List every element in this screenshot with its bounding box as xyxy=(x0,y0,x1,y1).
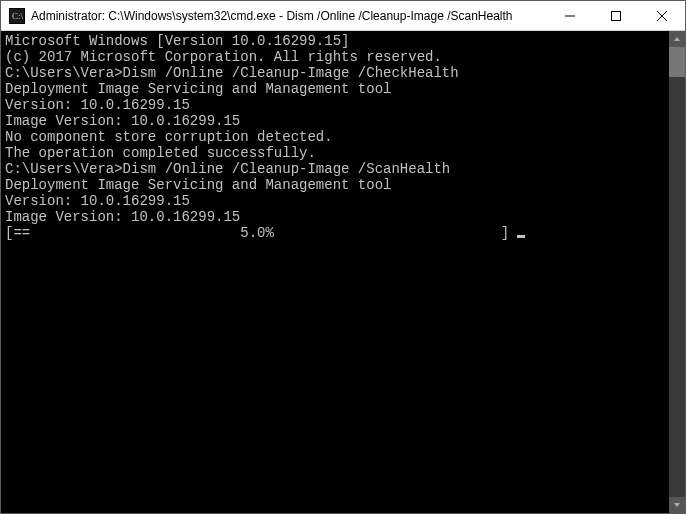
console-line: C:\Users\Vera>Dism /Online /Cleanup-Imag… xyxy=(5,161,665,177)
svg-marker-7 xyxy=(674,37,680,41)
console-line: [== 5.0% ] xyxy=(5,225,665,241)
console-line: Deployment Image Servicing and Managemen… xyxy=(5,177,665,193)
maximize-button[interactable] xyxy=(593,1,639,30)
window-controls xyxy=(547,1,685,30)
cmd-icon: C:\ xyxy=(9,8,25,24)
cmd-window: C:\ Administrator: C:\Windows\system32\c… xyxy=(0,0,686,514)
vertical-scrollbar[interactable] xyxy=(669,31,685,513)
svg-rect-4 xyxy=(612,11,621,20)
close-button[interactable] xyxy=(639,1,685,30)
console-output[interactable]: Microsoft Windows [Version 10.0.16299.15… xyxy=(1,31,669,513)
titlebar[interactable]: C:\ Administrator: C:\Windows\system32\c… xyxy=(1,1,685,31)
console-line: Version: 10.0.16299.15 xyxy=(5,97,665,113)
console-line: Version: 10.0.16299.15 xyxy=(5,193,665,209)
console-area: Microsoft Windows [Version 10.0.16299.15… xyxy=(1,31,685,513)
console-line: No component store corruption detected. xyxy=(5,129,665,145)
cursor xyxy=(517,235,525,238)
console-line: The operation completed successfully. xyxy=(5,145,665,161)
scroll-down-button[interactable] xyxy=(669,497,685,513)
console-line: Microsoft Windows [Version 10.0.16299.15… xyxy=(5,33,665,49)
scrollbar-thumb[interactable] xyxy=(669,47,685,77)
console-line: (c) 2017 Microsoft Corporation. All righ… xyxy=(5,49,665,65)
svg-text:C:\: C:\ xyxy=(12,11,24,21)
window-title: Administrator: C:\Windows\system32\cmd.e… xyxy=(31,9,547,23)
console-line: Deployment Image Servicing and Managemen… xyxy=(5,81,665,97)
minimize-button[interactable] xyxy=(547,1,593,30)
console-line: Image Version: 10.0.16299.15 xyxy=(5,113,665,129)
console-line: C:\Users\Vera>Dism /Online /Cleanup-Imag… xyxy=(5,65,665,81)
scroll-up-button[interactable] xyxy=(669,31,685,47)
console-line: Image Version: 10.0.16299.15 xyxy=(5,209,665,225)
svg-marker-8 xyxy=(674,503,680,507)
